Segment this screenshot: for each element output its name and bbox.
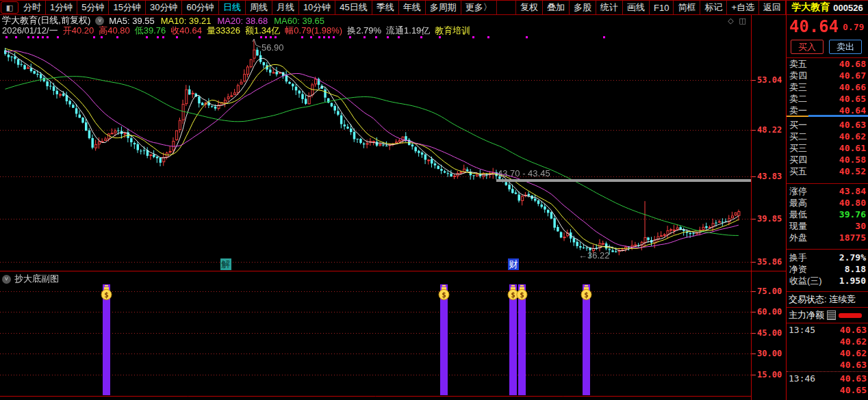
buy-levels: 买一40.63买二40.62买三40.61买四40.58买五40.52 — [787, 119, 868, 177]
tick-row: 13:4640.63 — [787, 373, 868, 384]
indicator-axis-label: 30.00 — [757, 349, 782, 358]
sell-levels: 卖五40.68卖四40.67卖三40.66卖二40.65卖一40.64 — [787, 58, 868, 116]
ohlc-segment: 高40.80 — [99, 25, 130, 37]
period-tab[interactable]: 月线 — [272, 1, 299, 14]
tool-button[interactable]: 画线 — [623, 1, 650, 14]
sell-level-row[interactable]: 卖五40.68 — [787, 58, 868, 70]
period-tab[interactable]: 多周期 — [426, 1, 461, 14]
period-tab[interactable]: 60分钟 — [182, 1, 218, 14]
tool-button[interactable]: 复权 — [516, 1, 543, 14]
info-row: 最低39.76 — [787, 209, 868, 220]
period-tab[interactable]: 更多〉 — [461, 1, 497, 14]
ohlc-segment: 2026/01/12/一 — [2, 25, 58, 37]
chart-corner-icons: ◇ ◫ — [728, 16, 746, 25]
period-tab[interactable]: 10分钟 — [299, 1, 335, 14]
ohlc-segment: 低39.76 — [135, 25, 166, 37]
ohlc-segment: 教育培训 — [435, 25, 470, 37]
sell-button[interactable]: 卖出 — [829, 40, 862, 54]
info-row: 最高40.80 — [787, 197, 868, 209]
peak-annotation: 56.90 — [261, 42, 284, 53]
tool-button[interactable]: 简框 — [674, 1, 700, 14]
candlestick-canvas[interactable] — [0, 15, 752, 271]
sell-level-row[interactable]: 卖三40.66 — [787, 81, 868, 93]
window-icon[interactable]: ◫ — [739, 16, 746, 25]
sell-level-row[interactable]: 卖四40.67 — [787, 70, 868, 81]
period-tab[interactable]: 15分钟 — [109, 1, 145, 14]
info-row: 净资8.18 — [787, 263, 868, 275]
buy-button[interactable]: 买入 — [791, 40, 824, 54]
tool-button[interactable]: 叠加 — [543, 1, 570, 14]
quote-panel: 40.64 0.79 1.9 买入 卖出 卖五40.68卖四40.67卖三40.… — [786, 15, 868, 400]
period-tab[interactable]: 分时 — [19, 1, 46, 14]
main-net-row: 主力净额 — [787, 308, 868, 322]
tool-buttons: 复权叠加多股统计画线F10简框标记+自选返回 — [516, 1, 786, 14]
price-axis-label: 39.85 — [757, 214, 782, 224]
top-toolbar: ◧ 分时1分钟5分钟15分钟30分钟60分钟日线周线月线10分钟45日线季线年线… — [0, 0, 868, 15]
sub-chart-title-row: ˅ 抄大底副图 — [2, 273, 59, 285]
list-icon[interactable] — [827, 310, 836, 320]
tick-row: 40.62 — [787, 336, 868, 347]
tool-button[interactable]: F10 — [650, 1, 674, 14]
tool-button[interactable]: 返回 — [759, 1, 786, 14]
sell-level-row[interactable]: 卖二40.65 — [787, 93, 868, 105]
tick-row: 40.65 — [787, 384, 868, 396]
price-axis-label: 48.22 — [757, 125, 782, 135]
tool-button[interactable]: 标记 — [700, 1, 727, 14]
buy-level-row[interactable]: 买三40.61 — [787, 142, 868, 154]
tick-row: 40.62 — [787, 347, 868, 359]
trading-app: ◧ 分时1分钟5分钟15分钟30分钟60分钟日线周线月线10分钟45日线季线年线… — [0, 0, 868, 400]
diamond-icon[interactable]: ◇ — [728, 16, 733, 25]
layout-icon[interactable]: ◧ — [1, 1, 18, 14]
trade-status: 交易状态: 连续竞 — [787, 293, 868, 306]
info-row: 涨停43.84 — [787, 185, 868, 197]
tool-button[interactable]: 统计 — [596, 1, 623, 14]
price-axis-label: 53.04 — [757, 75, 782, 85]
last-price: 40.64 — [789, 17, 839, 36]
ohlc-segment: 量33326 — [207, 25, 240, 37]
ohlc-segment: 幅0.79(1.98%) — [285, 25, 342, 37]
ohlc-segment: 开40.20 — [63, 25, 94, 37]
buy-level-row[interactable]: 买二40.62 — [787, 131, 868, 142]
chevron-down-icon[interactable]: ˅ — [2, 275, 11, 284]
low-annotation: ←36.22 — [578, 250, 610, 261]
bid-ask-ratio-bar — [787, 115, 868, 117]
main-net-bar — [839, 313, 862, 318]
toolbar-stock-label: 学大教育 000526 — [786, 1, 868, 14]
stock-code: 000526 — [833, 3, 863, 13]
period-tab[interactable]: 日线 — [219, 1, 246, 14]
period-tab[interactable]: 年线 — [399, 1, 426, 14]
tool-button[interactable]: 多股 — [570, 1, 596, 14]
buy-level-row[interactable]: 买四40.58 — [787, 154, 868, 165]
indicator-axis: 75.0060.0045.0030.0015.00 — [752, 271, 786, 400]
info-row: 换手2.79% — [787, 252, 868, 263]
indicator-axis-label: 45.00 — [757, 328, 782, 338]
ohlc-segment: 收40.64 — [170, 25, 202, 37]
price-change: 0.79 — [843, 22, 864, 32]
stock-ratio-list: 换手2.79%净资8.18收益(三)1.950 — [787, 252, 868, 286]
stock-info-list: 涨停43.84最高40.80最低39.76现量30外盘18775 — [787, 185, 868, 243]
period-tab[interactable]: 45日线 — [335, 1, 372, 14]
tick-list: 13:4540.6340.6240.6240.6313:4640.6340.65 — [787, 324, 868, 396]
indicator-canvas[interactable] — [0, 271, 752, 400]
ohlc-row: 2026/01/12/一开40.20高40.80低39.76收40.64量333… — [2, 26, 470, 36]
last-price-row: 40.64 0.79 1.9 — [787, 15, 868, 38]
toolbar-spacer — [497, 1, 516, 14]
tick-row: 13:4540.63 — [787, 324, 868, 336]
indicator-axis-label: 15.00 — [757, 370, 782, 379]
indicator-axis-label: 60.00 — [757, 307, 782, 317]
period-tabs: 分时1分钟5分钟15分钟30分钟60分钟日线周线月线10分钟45日线季线年线多周… — [19, 1, 497, 14]
period-tab[interactable]: 5分钟 — [77, 1, 109, 14]
indicator-axis-label: 75.00 — [757, 286, 782, 296]
buy-level-row[interactable]: 买一40.63 — [787, 119, 868, 131]
period-tab[interactable]: 季线 — [372, 1, 399, 14]
tool-button[interactable]: +自选 — [727, 1, 759, 14]
chevron-down-icon[interactable]: ˅ — [95, 16, 104, 25]
period-tab[interactable]: 周线 — [246, 1, 272, 14]
ohlc-segment: 额1.34亿 — [245, 25, 280, 37]
info-row: 收益(三)1.950 — [787, 275, 868, 286]
range-annotation: 43.70 - 43.45 — [498, 168, 550, 178]
buy-level-row[interactable]: 买五40.52 — [787, 165, 868, 177]
sub-chart-panel: ˅ 抄大底副图 75.0060.0045.0030.0015.00 — [0, 271, 786, 400]
period-tab[interactable]: 30分钟 — [146, 1, 182, 14]
period-tab[interactable]: 1分钟 — [46, 1, 77, 14]
